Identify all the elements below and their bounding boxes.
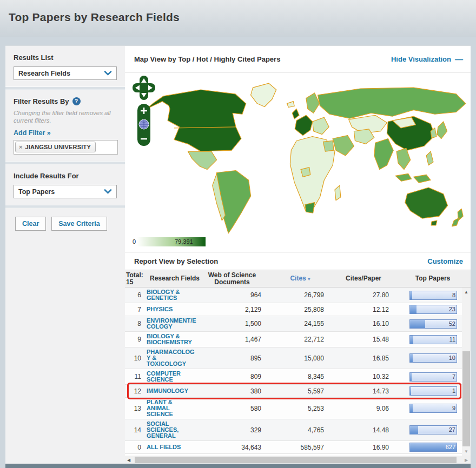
country-india [374,139,393,170]
cites-cell: 25,808 [276,304,338,315]
legend-gradient [137,237,206,246]
hide-visualization-label: Hide Visualization [391,55,451,63]
top-papers-value: 7 [452,373,455,380]
top-papers-bar: 27 [409,425,457,434]
table-row[interactable]: 10PHARMACOLOG Y & TOXICOLOGY89515,08016.… [125,347,462,369]
top-papers-bar: 52 [409,319,457,329]
table-row[interactable]: 12IMMUNOLOGY3805,59714.731 [125,385,462,398]
field-link[interactable]: PHARMACOLOG Y & TOXICOLOGY [147,347,203,369]
include-results-value: Top Papers [18,188,55,196]
column-header-top-papers[interactable]: Top Papers [403,275,462,282]
rank-cell: 14 [125,425,147,436]
field-link[interactable]: BIOLOGY & GENETICS [147,288,203,303]
scroll-down-icon[interactable]: ▼ [462,447,471,456]
vertical-scrollbar[interactable]: ▲ ▼ [462,288,471,456]
country-australia [405,188,448,218]
main-panel: Map View by Top / Hot / Highly Cited Pap… [125,45,471,464]
column-header-cites[interactable]: Cites ▾ [276,275,338,283]
horizontal-scroll-thumb[interactable] [135,457,457,463]
cites-cell: 15,080 [276,353,338,364]
map-controls[interactable] [133,76,155,147]
table-row[interactable]: 7PHYSICS2,12925,80812.1223 [125,303,462,316]
chevron-down-icon [104,189,112,194]
world-map[interactable] [137,76,467,236]
country-egypt [323,141,334,151]
field-link[interactable]: BIOLOGY & BIOCHEMISTRY [147,332,203,347]
top-papers-value: 11 [449,336,455,343]
rank-cell: 6 [125,290,147,300]
field-link[interactable]: ENVIRONMENT/E COLOGY [147,316,203,331]
column-header-cites-per-paper[interactable]: Cites/Paper [338,275,403,282]
field-link[interactable]: COMPUTER SCIENCE [147,369,203,384]
top-papers-cell: 7 [403,371,457,383]
country-new-zealand-2 [452,218,459,226]
filter-tag-label: JIANGSU UNIVERSITY [25,144,91,150]
column-header-research-fields[interactable]: Research Fields [147,275,203,282]
hide-visualization-link[interactable]: Hide Visualization — [391,55,463,64]
country-south-africa [305,203,315,213]
top-papers-cell: 10 [403,352,457,364]
top-papers-cell: 52 [403,318,457,330]
table-row[interactable]: 11COMPUTER SCIENCE8098,34510.327 [125,369,462,385]
field-link[interactable]: PLANT & ANIMAL SCIENCE [147,398,203,419]
scroll-right-icon[interactable]: ▶ [462,456,470,464]
customize-link[interactable]: Customize [427,257,463,265]
field-link[interactable]: IMMUNOLOGY [147,386,203,396]
sidebar: Results List Research Fields Filter Resu… [5,45,125,464]
country-saudi-arabia [333,136,354,156]
country-greenland [251,83,276,106]
country-indonesia-2 [414,175,431,183]
map-area: 0 79,391 [125,72,471,252]
column-header-wos-documents[interactable]: Web of Science Documents [203,272,276,286]
top-papers-bar: 8 [409,291,457,300]
country-philippines [426,151,433,165]
cites-per-paper-cell: 14.48 [338,425,403,436]
zoom-control-icon [137,104,150,146]
include-results-dropdown[interactable]: Top Papers [14,185,117,198]
results-list-dropdown[interactable]: Research Fields [14,66,117,80]
legend-min: 0 [133,238,136,245]
field-link[interactable]: ALL FIELDS [147,443,203,452]
horizontal-scrollbar[interactable]: ◀ ▶ [125,456,471,464]
field-link[interactable]: PHYSICS [147,305,203,314]
total-value: 15 [126,278,133,286]
docs-cell: 2,129 [203,304,276,315]
cites-cell: 4,765 [276,425,338,436]
page-title: Top Papers by Research Fields [9,11,180,24]
top-papers-cell: 9 [403,402,457,414]
table-row[interactable]: 9BIOLOGY & BIOCHEMISTRY1,46722,71215.481… [125,332,462,347]
cites-cell: 8,345 [276,371,338,382]
help-icon[interactable]: ? [72,97,81,105]
rank-cell: 0 [125,442,147,453]
save-criteria-button[interactable]: Save Criteria [51,217,107,231]
table-row[interactable]: 6BIOLOGY & GENETICS96426,79927.808 [125,288,462,303]
filter-tags-box: × JIANGSU UNIVERSITY [14,140,118,155]
cites-label: Cites [290,275,306,282]
top-papers-value: 1 [452,387,455,394]
filter-tag[interactable]: × JIANGSU UNIVERSITY [15,142,96,152]
table-row[interactable]: 13PLANT & ANIMAL SCIENCE5805,2539.069 [125,398,462,419]
country-uk [292,109,299,119]
top-papers-cell: 11 [403,333,457,346]
top-papers-bar: 1 [409,386,457,396]
remove-tag-icon[interactable]: × [19,144,22,150]
cites-cell: 5,253 [276,403,338,414]
table-row[interactable]: 14SOCIAL SCIENCES, GENERAL3294,76514.482… [125,419,462,441]
table-row[interactable]: 8ENVIRONMENT/E COLOGY1,50024,15516.1052 [125,316,462,332]
scroll-left-icon[interactable]: ◀ [125,456,133,464]
cites-cell: 585,597 [276,442,338,453]
country-madagascar [335,185,341,200]
table-body: 6BIOLOGY & GENETICS96426,79927.8087PHYSI… [125,288,462,456]
field-link[interactable]: SOCIAL SCIENCES, GENERAL [147,419,203,440]
vertical-scroll-thumb[interactable] [462,351,470,446]
table-row[interactable]: 0ALL FIELDS34,643585,59716.90627 [125,441,462,454]
top-papers-value: 627 [446,444,455,450]
top-papers-cell: 627 [403,441,457,453]
add-filter-link[interactable]: Add Filter » [14,129,51,137]
rank-cell: 7 [125,304,147,315]
rank-cell: 9 [125,334,147,345]
cites-per-paper-cell: 9.06 [338,403,403,414]
scroll-up-icon[interactable]: ▲ [462,288,471,296]
clear-button[interactable]: Clear [15,217,46,231]
map-view-title: Map View by Top / Hot / Highly Cited Pap… [134,55,280,63]
